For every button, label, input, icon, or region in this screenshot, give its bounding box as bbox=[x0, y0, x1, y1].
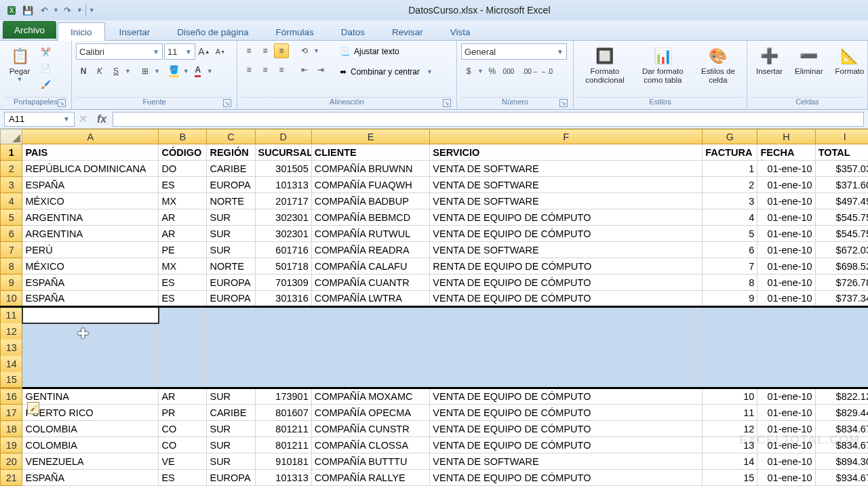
cell[interactable]: ES bbox=[159, 274, 207, 291]
cell[interactable] bbox=[22, 340, 159, 356]
paste-button[interactable]: 📋 Pegar ▼ bbox=[4, 43, 35, 85]
cell[interactable] bbox=[159, 340, 207, 356]
cell[interactable] bbox=[255, 340, 311, 356]
cell[interactable]: COMPAÑÍA CUNSTR bbox=[311, 421, 430, 437]
format-as-table-button[interactable]: 📊Dar formato como tabla bbox=[637, 43, 688, 87]
col-header-H[interactable]: H bbox=[757, 129, 815, 144]
cell[interactable]: GENTINA bbox=[22, 388, 159, 405]
cell[interactable]: SUR bbox=[207, 388, 255, 405]
cell[interactable]: VENTA DE SOFTWARE bbox=[430, 453, 703, 470]
cell[interactable] bbox=[255, 307, 311, 323]
cell[interactable] bbox=[311, 323, 430, 340]
col-header-G[interactable]: G bbox=[703, 129, 757, 144]
copy-icon[interactable]: 📄 bbox=[38, 61, 53, 76]
cell[interactable]: 5 bbox=[703, 226, 757, 242]
cell[interactable]: $357.03 bbox=[815, 161, 868, 177]
cell[interactable]: COMPAÑÍA CLOSSA bbox=[311, 437, 430, 453]
cell[interactable] bbox=[311, 340, 430, 356]
increase-font-icon[interactable]: A▲ bbox=[197, 44, 212, 59]
tab-diseno[interactable]: Diseño de página bbox=[164, 22, 261, 40]
col-header-A[interactable]: A bbox=[22, 129, 159, 144]
cell[interactable] bbox=[159, 372, 207, 388]
header-cell[interactable]: REGIÓN bbox=[207, 144, 255, 161]
cell[interactable]: $822.12 bbox=[815, 388, 868, 405]
cell[interactable] bbox=[703, 323, 757, 340]
cell[interactable]: AR bbox=[159, 226, 207, 242]
cell[interactable]: 9 bbox=[703, 291, 757, 307]
undo-icon[interactable]: ↶ bbox=[37, 3, 52, 18]
conditional-format-button[interactable]: 🔲Formato condicional bbox=[580, 43, 629, 87]
cell[interactable]: VENEZUELA bbox=[22, 453, 159, 470]
cell[interactable]: 801211 bbox=[255, 421, 311, 437]
currency-icon[interactable]: $ bbox=[461, 64, 476, 79]
cell[interactable]: VE bbox=[159, 453, 207, 470]
cell[interactable]: VENTA DE EQUIPO DE CÓMPUTO bbox=[430, 405, 703, 421]
cell[interactable] bbox=[757, 340, 815, 356]
tab-vista[interactable]: Vista bbox=[437, 22, 484, 40]
cell[interactable]: 3 bbox=[703, 193, 757, 209]
col-header-C[interactable]: C bbox=[207, 129, 255, 144]
name-box[interactable]: A11▼ bbox=[4, 112, 75, 127]
cell[interactable]: $829.44 bbox=[815, 405, 868, 421]
cell[interactable]: 801607 bbox=[255, 405, 311, 421]
cell[interactable]: ESPAÑA bbox=[22, 177, 159, 193]
cell-styles-button[interactable]: 🎨Estilos de celda bbox=[696, 43, 740, 87]
cell[interactable]: $934.67 bbox=[815, 470, 868, 486]
cell[interactable]: RENTA DE EQUIPO DE CÓMPUTO bbox=[430, 258, 703, 274]
cell[interactable] bbox=[159, 356, 207, 372]
cell[interactable]: 11 bbox=[703, 405, 757, 421]
col-header-D[interactable]: D bbox=[255, 129, 311, 144]
cell[interactable]: COLOMBIA bbox=[22, 437, 159, 453]
cell[interactable] bbox=[815, 323, 868, 340]
row-header[interactable]: 14 bbox=[1, 356, 22, 372]
fx-icon[interactable]: fx bbox=[94, 113, 110, 125]
cell[interactable]: SUR bbox=[207, 242, 255, 258]
cell[interactable] bbox=[815, 356, 868, 372]
cell[interactable]: 7 bbox=[703, 258, 757, 274]
cell[interactable]: 501718 bbox=[255, 258, 311, 274]
cell[interactable] bbox=[22, 372, 159, 388]
smart-tag-icon[interactable]: 🖌 bbox=[27, 402, 39, 414]
cell[interactable]: CO bbox=[159, 421, 207, 437]
col-header-F[interactable]: F bbox=[430, 129, 703, 144]
cell[interactable]: 01-ene-10 bbox=[757, 405, 815, 421]
cell[interactable] bbox=[430, 372, 703, 388]
cell[interactable]: 1 bbox=[703, 161, 757, 177]
align-left-icon[interactable]: ≡ bbox=[241, 62, 256, 77]
redo-icon[interactable]: ↷ bbox=[60, 3, 75, 18]
cell[interactable]: 01-ene-10 bbox=[757, 470, 815, 486]
cell[interactable] bbox=[703, 307, 757, 323]
row-header[interactable]: 5 bbox=[1, 209, 22, 226]
cell[interactable]: VENTA DE EQUIPO DE CÓMPUTO bbox=[430, 421, 703, 437]
cell[interactable]: COMPAÑÍA BADBUP bbox=[311, 193, 430, 209]
cell[interactable]: 01-ene-10 bbox=[757, 258, 815, 274]
cell[interactable]: 10 bbox=[703, 388, 757, 405]
row-header[interactable]: 17 bbox=[1, 405, 22, 421]
cell[interactable]: SUR bbox=[207, 421, 255, 437]
cell[interactable] bbox=[255, 356, 311, 372]
row-header[interactable]: 6 bbox=[1, 226, 22, 242]
cell[interactable]: COMPAÑÍA BUTTTU bbox=[311, 453, 430, 470]
cell[interactable] bbox=[703, 356, 757, 372]
cell[interactable] bbox=[430, 307, 703, 323]
cell[interactable] bbox=[311, 307, 430, 323]
cell[interactable]: PE bbox=[159, 242, 207, 258]
cell[interactable] bbox=[757, 307, 815, 323]
cell[interactable]: 601716 bbox=[255, 242, 311, 258]
cell[interactable]: MÉXICO bbox=[22, 258, 159, 274]
cell[interactable]: VENTA DE EQUIPO DE CÓMPUTO bbox=[430, 274, 703, 291]
cell[interactable]: EUROPA bbox=[207, 291, 255, 307]
cell[interactable]: 701309 bbox=[255, 274, 311, 291]
cell[interactable]: REPÚBLICA DOMINICANA bbox=[22, 161, 159, 177]
row-header[interactable]: 7 bbox=[1, 242, 22, 258]
cell[interactable]: 173901 bbox=[255, 388, 311, 405]
cell[interactable]: 301316 bbox=[255, 291, 311, 307]
cell[interactable]: $672.03 bbox=[815, 242, 868, 258]
format-painter-icon[interactable]: 🖌️ bbox=[38, 77, 53, 92]
thousands-icon[interactable]: 000 bbox=[501, 64, 516, 79]
cell[interactable]: 2 bbox=[703, 177, 757, 193]
align-top-icon[interactable]: ≡ bbox=[241, 43, 256, 58]
cell[interactable]: ESPAÑA bbox=[22, 291, 159, 307]
tab-datos[interactable]: Datos bbox=[328, 22, 378, 40]
cell[interactable]: EUROPA bbox=[207, 274, 255, 291]
